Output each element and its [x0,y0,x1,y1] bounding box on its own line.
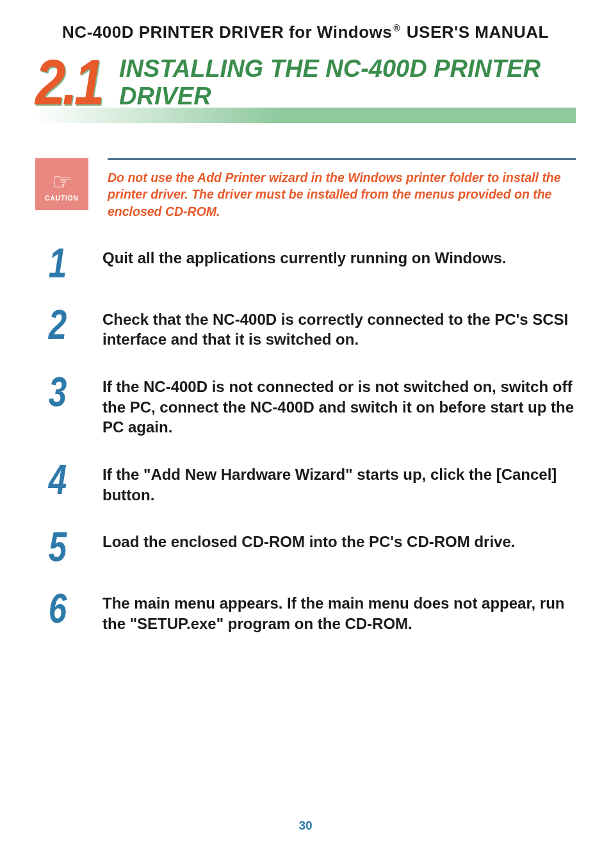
step-number: 1 [40,245,76,283]
header-gradient-bar [35,108,576,123]
step-row: 5 Load the enclosed CD-ROM into the PC's… [35,529,576,566]
steps-list: 1 Quit all the applications currently ru… [35,245,576,634]
step-text: The main menu appears. If the main menu … [102,591,576,634]
step-text: Quit all the applications currently runn… [102,245,576,268]
step-row: 6 The main menu appears. If the main men… [35,591,576,634]
step-number: 6 [40,591,76,628]
section-title: INSTALLING THE NC-400D PRINTER DRIVER [119,55,576,110]
registered-mark: ® [393,23,400,33]
step-row: 3 If the NC-400D is not connected or is … [35,374,576,438]
section-number: 2.1 [35,45,101,119]
caution-box: ☞ CAUTION [35,158,88,210]
caution-label: CAUTION [45,195,79,202]
step-number: 3 [40,374,76,411]
caution-divider [108,158,576,160]
step-row: 2 Check that the NC-400D is correctly co… [35,307,576,350]
step-text: If the "Add New Hardware Wizard" starts … [102,462,576,505]
step-text: Load the enclosed CD-ROM into the PC's C… [102,529,576,552]
pointing-hand-icon: ☞ [52,170,72,193]
caution-content: Do not use the Add Printer wizard in the… [108,158,576,220]
document-header: NC-400D PRINTER DRIVER for Windows® USER… [35,22,576,42]
step-text: If the NC-400D is not connected or is no… [102,374,576,438]
header-suffix: USER'S MANUAL [402,22,549,42]
page-number: 30 [0,819,611,833]
header-prefix: NC-400D PRINTER DRIVER for Windows [62,22,392,42]
step-row: 4 If the "Add New Hardware Wizard" start… [35,462,576,505]
step-number: 5 [40,529,76,566]
step-row: 1 Quit all the applications currently ru… [35,245,576,283]
caution-row: ☞ CAUTION Do not use the Add Printer wiz… [35,158,576,220]
step-text: Check that the NC-400D is correctly conn… [102,307,576,350]
caution-text: Do not use the Add Printer wizard in the… [108,169,576,220]
step-number: 4 [40,462,76,499]
step-number: 2 [40,307,76,344]
